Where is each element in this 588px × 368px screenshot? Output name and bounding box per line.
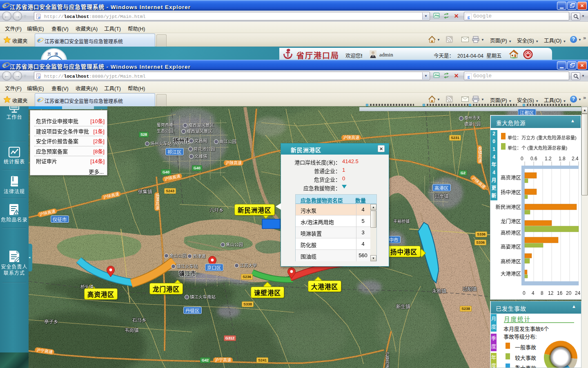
svg-text:e: e bbox=[38, 96, 40, 103]
svg-text:g: g bbox=[468, 74, 470, 79]
svg-text:g: g bbox=[468, 14, 470, 19]
svg-text:e: e bbox=[38, 37, 40, 44]
svg-text:e: e bbox=[3, 2, 6, 9]
svg-text:e: e bbox=[3, 61, 6, 69]
svg-text:e: e bbox=[38, 15, 40, 20]
svg-text:e: e bbox=[38, 75, 40, 79]
